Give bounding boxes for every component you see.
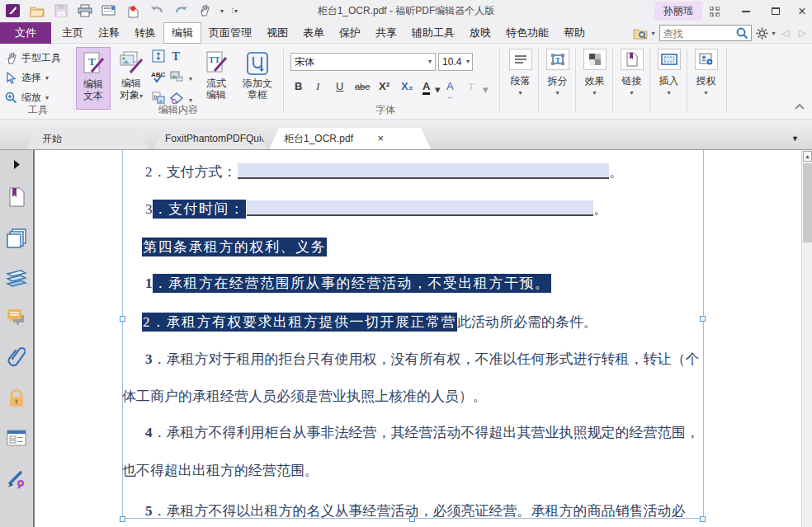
tab-close-icon[interactable]: × — [377, 132, 384, 144]
nav-back-icon[interactable]: ◁ — [780, 27, 792, 39]
layout-corners-icon[interactable] — [703, 0, 726, 22]
edit-object-dropdown-arrow[interactable]: ▾ — [139, 92, 143, 100]
link-dropdown-arrow[interactable]: ▾ — [614, 89, 649, 96]
italic-button[interactable]: I — [316, 78, 319, 95]
select-dropdown-arrow[interactable]: ▾ — [45, 74, 49, 82]
font-name-dropdown-arrow[interactable]: ▾ — [428, 54, 432, 70]
effects-button[interactable]: 效果 ▾ — [577, 44, 612, 120]
font-size-dropdown-arrow[interactable]: ▾ — [466, 54, 470, 70]
expand-panel-icon[interactable] — [0, 150, 33, 178]
spell-check-icon[interactable]: ABC — [151, 69, 166, 84]
menu-view[interactable]: 视图 — [259, 22, 295, 44]
doc-line-1[interactable]: 3．支付时间：。 — [145, 200, 608, 219]
scrollbar-thumb[interactable] — [803, 163, 812, 242]
underline-button[interactable]: U — [336, 78, 343, 95]
doc-line-2[interactable]: 第四条承租方的权利、义务 — [142, 238, 327, 256]
search-icon[interactable] — [736, 27, 748, 40]
undo-icon[interactable] — [149, 2, 165, 19]
authorize-dropdown-arrow[interactable]: ▾ — [688, 89, 724, 96]
bold-button[interactable]: B — [295, 78, 302, 95]
save-icon[interactable] — [53, 2, 69, 19]
text-scale-dropdown-arrow[interactable]: ▾ — [483, 82, 489, 98]
edit-handle-mid-left[interactable] — [120, 316, 125, 322]
link-button[interactable]: 链接 ▾ — [614, 44, 649, 120]
menu-comment[interactable]: 注释 — [91, 22, 127, 44]
menu-form[interactable]: 表单 — [295, 22, 332, 44]
attachments-panel-icon[interactable] — [0, 343, 33, 371]
zoom-dropdown-arrow[interactable]: ▾ — [45, 94, 49, 101]
effects-dropdown-arrow[interactable]: ▾ — [577, 89, 612, 96]
nav-forward-icon[interactable]: ▷ — [796, 27, 809, 39]
font-name-select[interactable]: 宋体 ▾ — [290, 53, 436, 71]
split-button[interactable]: T 拆分 ▾ — [540, 44, 575, 120]
edit-handle-bottom-left[interactable] — [120, 516, 125, 522]
strikethrough-button[interactable]: abe — [355, 78, 370, 95]
new-document-icon[interactable] — [125, 2, 141, 19]
image-dropdown-arrow[interactable]: ▾ — [183, 71, 198, 86]
tab-list-dropdown-icon[interactable]: ▼ — [791, 134, 799, 143]
menu-accessibility[interactable]: 辅助工具 — [404, 22, 462, 44]
redo-icon[interactable] — [172, 2, 189, 19]
minimize-button[interactable] — [734, 0, 758, 22]
edit-object-button[interactable]: 编辑对象▾ — [113, 47, 149, 110]
image-annotation-icon[interactable] — [169, 69, 184, 84]
file-menu-button[interactable]: 文件 — [0, 22, 51, 44]
doc-line-0[interactable]: 2．支付方式：。 — [145, 163, 624, 181]
paragraph-dropdown-arrow[interactable]: ▾ — [503, 89, 538, 96]
doc-line-3[interactable]: 1．承租方在经营范围所从事的经营活动，不受出租方干预。 — [145, 275, 551, 293]
tab-start[interactable]: 开始 — [27, 128, 149, 149]
menu-home[interactable]: 主页 — [54, 22, 91, 44]
text-scale-button[interactable]: T — [468, 78, 474, 95]
search-scope-dropdown-arrow[interactable]: ▾ — [652, 30, 655, 37]
user-account-badge[interactable]: 孙丽瑶 — [654, 2, 702, 21]
doc-line-4[interactable]: 2．承租方有权要求出租方提供一切开展正常营此活动所必需的条件。 — [142, 313, 597, 332]
char-spacing-button[interactable]: A↔ — [446, 78, 454, 95]
font-color-dropdown-arrow[interactable]: ▾ — [435, 82, 441, 98]
doc-line-9[interactable]: 5．承租方不得以出租方的名义从事经营活动，必须亮证经营。承租方的商品销售活动必 — [145, 502, 686, 520]
flow-edit-button[interactable]: TT 流式编辑 — [198, 47, 234, 110]
foxit-logo-icon[interactable] — [5, 2, 21, 19]
doc-line-8[interactable]: 也不得超出出租方的经营范围。 — [122, 462, 319, 480]
search-scope-icon[interactable] — [633, 27, 648, 40]
search-input[interactable] — [660, 26, 731, 41]
font-size-select[interactable]: 10.4 ▾ — [438, 53, 473, 71]
form-blank-field[interactable] — [238, 163, 609, 179]
select-tool-button[interactable]: 选择 ▾ — [5, 69, 49, 86]
collapse-ribbon-icon[interactable] — [794, 103, 805, 111]
menu-convert[interactable]: 转换 — [127, 22, 163, 44]
edit-text-button[interactable]: T 编辑文本 — [76, 47, 111, 110]
settings-gear-icon[interactable] — [756, 27, 768, 40]
security-panel-icon[interactable] — [0, 384, 33, 412]
text-spacing-icon[interactable] — [151, 49, 166, 64]
comments-panel-icon[interactable] — [0, 303, 33, 332]
settings-dropdown-arrow[interactable]: ▾ — [772, 30, 776, 37]
doc-line-5[interactable]: 3．承租方对于租用的拒台只有使用权，没有所有权，不准以任何形式进行转租，转让（个 — [145, 351, 700, 369]
print-icon[interactable] — [77, 2, 93, 19]
fields-panel-icon[interactable] — [0, 424, 33, 452]
layers-panel-icon[interactable] — [0, 264, 33, 292]
document-page[interactable]: 2．支付方式：。3．支付时间：。第四条承租方的权利、义务1．承租方在经营范围所从… — [35, 150, 801, 527]
font-color-button[interactable]: A — [423, 78, 430, 95]
menu-protect[interactable]: 保护 — [332, 22, 368, 44]
edit-handle-mid-right[interactable] — [700, 316, 706, 322]
hand-tool-dropdown-arrow[interactable]: ▾ — [220, 7, 224, 15]
doc-line-6[interactable]: 体工商户的承租经营人员必须是营业执照上核准的人员）。 — [122, 388, 487, 406]
menu-page-management[interactable]: 页面管理 — [201, 22, 259, 44]
authorize-button[interactable]: 授权 ▾ — [688, 44, 724, 120]
open-file-icon[interactable] — [29, 2, 45, 19]
restore-button[interactable] — [764, 0, 787, 22]
vertical-scrollbar[interactable]: ▲ — [801, 150, 812, 527]
subscript-button[interactable]: X₂ — [401, 78, 413, 95]
insert-dropdown-arrow[interactable]: ▾ — [651, 89, 687, 96]
document-properties-icon[interactable] — [101, 2, 117, 19]
menu-slideshow[interactable]: 放映 — [462, 22, 498, 44]
add-text-icon[interactable]: T — [169, 48, 184, 63]
form-blank-field[interactable] — [247, 200, 593, 216]
hand-tool-button[interactable]: 手型工具 — [5, 49, 61, 66]
menu-edit[interactable]: 编辑 — [163, 22, 201, 44]
menu-share[interactable]: 共享 — [368, 22, 404, 44]
signature-panel-icon[interactable] — [0, 465, 33, 493]
customize-quick-access-icon[interactable]: ᎒▾ — [231, 7, 238, 15]
tab-foxitphantom[interactable]: FoxitPhantomPDFQuic... — [153, 128, 267, 149]
scroll-up-icon[interactable]: ▲ — [803, 151, 812, 162]
